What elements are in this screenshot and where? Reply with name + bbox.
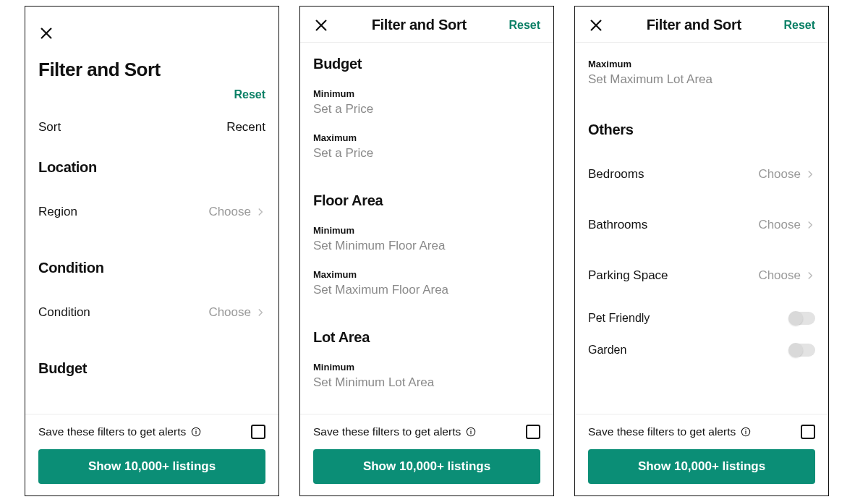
sort-label: Sort bbox=[38, 120, 61, 135]
header: Filter and Sort Reset bbox=[25, 7, 278, 101]
save-filters-checkbox[interactable] bbox=[526, 425, 540, 439]
footer: Save these filters to get alerts Show 10… bbox=[25, 414, 278, 495]
section-budget: Budget bbox=[313, 56, 540, 72]
page-title: Filter and Sort bbox=[372, 17, 467, 33]
parking-value: Choose bbox=[758, 268, 801, 283]
filter-panel-3: Filter and Sort Reset Maximum Set Maximu… bbox=[574, 6, 829, 496]
section-floor-area: Floor Area bbox=[313, 192, 540, 209]
garden-toggle[interactable] bbox=[789, 344, 815, 357]
body: Budget Minimum Set a Price Maximum Set a… bbox=[300, 43, 553, 414]
section-lot-area: Lot Area bbox=[313, 329, 540, 346]
region-row[interactable]: Region Choose bbox=[38, 205, 265, 219]
chevron-right-icon bbox=[255, 207, 265, 217]
parking-row[interactable]: Parking Space Choose bbox=[588, 268, 815, 283]
body: Sort Recent Location Region Choose Condi… bbox=[25, 101, 278, 414]
lot-min-label: Minimum bbox=[313, 362, 540, 373]
header: Filter and Sort Reset bbox=[575, 7, 828, 43]
bathrooms-label: Bathrooms bbox=[588, 218, 647, 232]
filter-panel-1: Filter and Sort Reset Sort Recent Locati… bbox=[25, 6, 279, 496]
bedrooms-label: Bedrooms bbox=[588, 167, 644, 182]
show-listings-button[interactable]: Show 10,000+ listings bbox=[38, 449, 265, 484]
section-condition: Condition bbox=[38, 260, 265, 276]
section-others: Others bbox=[588, 122, 815, 138]
footer: Save these filters to get alerts Show 10… bbox=[300, 414, 553, 495]
budget-min-label: Minimum bbox=[313, 88, 540, 99]
page-title: Filter and Sort bbox=[38, 59, 265, 81]
condition-row[interactable]: Condition Choose bbox=[38, 305, 265, 320]
footer: Save these filters to get alerts Show 10… bbox=[575, 414, 828, 495]
budget-max-input[interactable]: Set a Price bbox=[313, 146, 540, 161]
lot-max-label: Maximum bbox=[588, 59, 815, 69]
bedrooms-row[interactable]: Bedrooms Choose bbox=[588, 167, 815, 182]
save-filters-label: Save these filters to get alerts bbox=[313, 425, 461, 438]
floor-min-label: Minimum bbox=[313, 225, 540, 236]
header: Filter and Sort Reset bbox=[300, 7, 553, 43]
reset-button[interactable]: Reset bbox=[509, 19, 540, 32]
svg-point-9 bbox=[470, 430, 471, 430]
condition-label: Condition bbox=[38, 305, 90, 320]
info-icon[interactable] bbox=[190, 426, 202, 438]
lot-min-input[interactable]: Set Minimum Lot Area bbox=[313, 375, 540, 390]
svg-point-4 bbox=[195, 430, 196, 430]
svg-point-14 bbox=[745, 430, 746, 430]
floor-min-input[interactable]: Set Minimum Floor Area bbox=[313, 239, 540, 253]
pet-friendly-toggle[interactable] bbox=[789, 312, 815, 325]
save-filters-checkbox[interactable] bbox=[801, 425, 815, 439]
body: Maximum Set Maximum Lot Area Others Bedr… bbox=[575, 43, 828, 414]
show-listings-button[interactable]: Show 10,000+ listings bbox=[588, 449, 815, 484]
info-icon[interactable] bbox=[740, 426, 752, 438]
save-filters-label: Save these filters to get alerts bbox=[588, 425, 736, 438]
sort-row[interactable]: Sort Recent bbox=[38, 120, 265, 135]
close-icon[interactable] bbox=[588, 17, 604, 33]
page-title: Filter and Sort bbox=[647, 17, 741, 33]
save-filters-label: Save these filters to get alerts bbox=[38, 425, 186, 438]
floor-max-label: Maximum bbox=[313, 269, 540, 280]
chevron-right-icon bbox=[805, 271, 815, 281]
sort-value: Recent bbox=[226, 120, 265, 135]
bathrooms-row[interactable]: Bathrooms Choose bbox=[588, 218, 815, 232]
show-listings-button[interactable]: Show 10,000+ listings bbox=[313, 449, 540, 484]
budget-max-label: Maximum bbox=[313, 132, 540, 143]
garden-row: Garden bbox=[588, 344, 815, 357]
section-location: Location bbox=[38, 159, 265, 176]
info-icon[interactable] bbox=[465, 426, 477, 438]
reset-button[interactable]: Reset bbox=[234, 88, 265, 101]
close-icon[interactable] bbox=[38, 25, 54, 41]
pet-friendly-label: Pet Friendly bbox=[588, 312, 650, 325]
parking-label: Parking Space bbox=[588, 268, 668, 283]
pet-friendly-row: Pet Friendly bbox=[588, 312, 815, 325]
chevron-right-icon bbox=[805, 169, 815, 179]
region-value: Choose bbox=[208, 205, 251, 219]
chevron-right-icon bbox=[805, 220, 815, 230]
lot-max-input[interactable]: Set Maximum Lot Area bbox=[588, 72, 815, 87]
save-filters-checkbox[interactable] bbox=[251, 425, 265, 439]
floor-max-input[interactable]: Set Maximum Floor Area bbox=[313, 283, 540, 297]
reset-button[interactable]: Reset bbox=[783, 19, 815, 32]
chevron-right-icon bbox=[255, 307, 265, 318]
budget-min-input[interactable]: Set a Price bbox=[313, 102, 540, 116]
section-budget: Budget bbox=[38, 360, 265, 377]
close-icon[interactable] bbox=[313, 17, 329, 33]
bedrooms-value: Choose bbox=[758, 167, 801, 182]
filter-panel-2: Filter and Sort Reset Budget Minimum Set… bbox=[299, 6, 554, 496]
bathrooms-value: Choose bbox=[758, 218, 801, 232]
garden-label: Garden bbox=[588, 344, 626, 357]
region-label: Region bbox=[38, 205, 77, 219]
condition-value: Choose bbox=[208, 305, 251, 320]
